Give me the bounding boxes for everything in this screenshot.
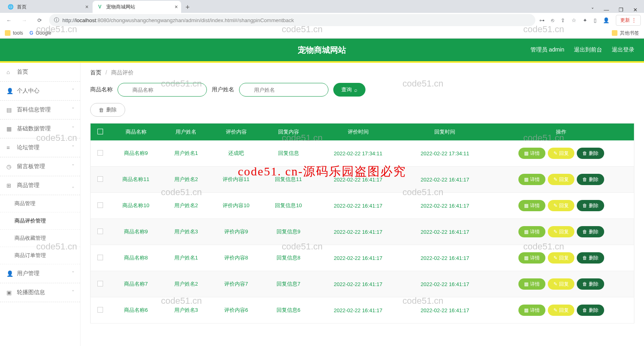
sidebar-item-轮播图信息[interactable]: ▣轮播图信息˅ xyxy=(0,283,80,302)
detail-button[interactable]: ▦详情 xyxy=(518,148,545,159)
admin-label[interactable]: 管理员 admin xyxy=(530,46,564,54)
cell-product-name: 商品名称11 xyxy=(110,167,162,193)
breadcrumb-root[interactable]: 首页 xyxy=(90,69,101,76)
row-checkbox[interactable] xyxy=(97,176,103,182)
cell-product-name: 商品名称9 xyxy=(110,140,162,167)
extensions-icon[interactable]: ✦ xyxy=(583,17,587,23)
bars-icon: ≡ xyxy=(6,144,13,151)
cell-reply: 回复信息 xyxy=(262,140,315,167)
new-tab-button[interactable]: + xyxy=(182,2,193,13)
cell-reply: 回复信息10 xyxy=(262,193,315,219)
chevron-down-icon[interactable]: ˅ xyxy=(591,7,594,13)
reload-button[interactable]: ⟳ xyxy=(34,14,45,26)
detail-button[interactable]: ▦详情 xyxy=(518,278,545,290)
sidebar-item-首页[interactable]: ⌂首页 xyxy=(0,63,80,82)
detail-button[interactable]: ▦详情 xyxy=(518,226,545,237)
delete-button[interactable]: 🗑删除 xyxy=(577,148,604,159)
browser-tab-app[interactable]: V 宠物商城网站 × xyxy=(93,1,181,13)
detail-button[interactable]: ▦详情 xyxy=(518,305,545,316)
detail-button[interactable]: ▦详情 xyxy=(518,252,545,264)
row-checkbox[interactable] xyxy=(97,150,103,156)
row-checkbox[interactable] xyxy=(97,255,103,260)
cell-reply-time: 2022-02-22 16:41:17 xyxy=(402,297,489,323)
product-name-input[interactable] xyxy=(118,83,207,97)
delete-button[interactable]: 🗑删除 xyxy=(577,200,604,211)
reply-button[interactable]: ✎回复 xyxy=(548,305,574,316)
sidebar-item-商品管理[interactable]: ⊞商品管理˅ xyxy=(0,176,80,195)
tab-title: 宠物商城网站 xyxy=(106,4,135,10)
bookmark-google[interactable]: G Google xyxy=(29,30,51,36)
url-input[interactable]: ⓘ http://localhost:8080/chongwushangchen… xyxy=(49,14,535,26)
query-button[interactable]: 查询 ⌕ xyxy=(333,83,365,97)
row-checkbox[interactable] xyxy=(97,229,103,234)
minimize-icon[interactable]: — xyxy=(604,7,609,13)
sidebar-subitem-商品收藏管理[interactable]: 商品收藏管理 xyxy=(0,230,80,247)
sidebar-subitem-商品评价管理[interactable]: 商品评价管理 xyxy=(0,212,80,230)
close-window-icon[interactable]: ✕ xyxy=(633,7,638,13)
reply-button[interactable]: ✎回复 xyxy=(548,278,574,290)
table-header: 操作 xyxy=(488,124,634,141)
cell-product-name: 商品名称6 xyxy=(110,297,162,323)
back-button[interactable]: ← xyxy=(3,14,14,26)
maximize-icon[interactable]: ❐ xyxy=(619,7,623,13)
cell-comment: 评价内容11 xyxy=(210,167,262,193)
url-path: /chongwushangchengwangzhan/admin/dist/in… xyxy=(109,17,294,23)
star-icon[interactable]: ☆ xyxy=(572,17,576,23)
edit-icon: ✎ xyxy=(553,255,557,261)
sidebar-subitem-商品管理[interactable]: 商品管理 xyxy=(0,195,80,212)
close-icon[interactable]: × xyxy=(175,4,178,10)
trash-icon: 🗑 xyxy=(582,255,587,261)
reply-button[interactable]: ✎回复 xyxy=(548,174,574,185)
header-links: 管理员 admin 退出到前台 退出登录 xyxy=(530,46,634,54)
other-bookmarks[interactable]: 其他书签 xyxy=(612,30,639,37)
sidebar-subitem-商品订单管理[interactable]: 商品订单管理 xyxy=(0,247,80,264)
cell-product-name: 商品名称7 xyxy=(110,271,162,297)
update-button[interactable]: 更新 ⋮ xyxy=(616,15,641,26)
goto-front-link[interactable]: 退出到前台 xyxy=(574,46,602,54)
cell-comment-time: 2022-02-22 16:41:17 xyxy=(315,167,402,193)
detail-button[interactable]: ▦详情 xyxy=(518,174,545,185)
browser-tab-home[interactable]: 🌐 首页 × xyxy=(3,1,92,13)
tabs-bar: 🌐 首页 × V 宠物商城网站 × + ˅ — ❐ ✕ xyxy=(0,0,644,13)
sidebar-item-个人中心[interactable]: 👤个人中心˅ xyxy=(0,82,80,101)
row-checkbox[interactable] xyxy=(97,281,103,286)
detail-button[interactable]: ▦详情 xyxy=(518,200,545,211)
reply-button[interactable]: ✎回复 xyxy=(548,200,574,211)
sidebar-item-label: 个人中心 xyxy=(17,87,39,95)
delete-button[interactable]: 🗑删除 xyxy=(577,252,604,264)
row-checkbox[interactable] xyxy=(97,202,103,208)
delete-button[interactable]: 🗑删除 xyxy=(577,226,604,237)
cell-comment: 评价内容6 xyxy=(210,297,262,323)
sidebar-item-百科信息管理[interactable]: ▤百科信息管理˅ xyxy=(0,101,80,119)
delete-button[interactable]: 🗑删除 xyxy=(577,305,604,316)
panel-icon[interactable]: ▯ xyxy=(594,17,597,23)
translate-icon[interactable]: ⎋ xyxy=(551,17,554,23)
main-content: 首页 / 商品评价 商品名称 ⌕ 用户姓名 ⌕ 查询 ⌕ 🗑 删除 xyxy=(80,63,644,346)
trash-icon: 🗑 xyxy=(99,107,104,113)
delete-button[interactable]: 🗑删除 xyxy=(577,278,604,290)
logout-link[interactable]: 退出登录 xyxy=(612,46,634,54)
forward-button[interactable]: → xyxy=(19,14,30,26)
cell-product-name: 商品名称9 xyxy=(110,219,162,245)
reply-button[interactable]: ✎回复 xyxy=(548,226,574,237)
profile-icon[interactable]: 👤 xyxy=(603,17,609,23)
select-all-checkbox[interactable] xyxy=(97,129,103,134)
user-icon: 👤 xyxy=(6,270,13,277)
reply-button[interactable]: ✎回复 xyxy=(548,148,574,159)
row-checkbox[interactable] xyxy=(97,307,103,313)
sidebar-item-论坛管理[interactable]: ≡论坛管理˅ xyxy=(0,138,80,157)
sidebar-item-基础数据管理[interactable]: ▦基础数据管理˅ xyxy=(0,119,80,138)
sidebar-item-用户管理[interactable]: 👤用户管理˅ xyxy=(0,264,80,283)
table-header: 回复时间 xyxy=(402,124,489,141)
sidebar-item-留言板管理[interactable]: ◷留言板管理˅ xyxy=(0,157,80,176)
chevron-down-icon: ˅ xyxy=(72,270,74,277)
reply-button[interactable]: ✎回复 xyxy=(548,252,574,264)
close-icon[interactable]: × xyxy=(85,4,89,10)
table-row: 商品名称6 用户姓名3 评价内容6 回复信息6 2022-02-22 16:41… xyxy=(91,297,634,323)
delete-button[interactable]: 🗑删除 xyxy=(577,174,604,185)
bookmark-tools[interactable]: tools xyxy=(5,30,23,36)
key-icon[interactable]: ⊶ xyxy=(539,17,545,23)
share-icon[interactable]: ⇪ xyxy=(561,17,565,23)
user-name-input[interactable] xyxy=(239,83,328,97)
batch-delete-button[interactable]: 🗑 删除 xyxy=(90,103,125,117)
